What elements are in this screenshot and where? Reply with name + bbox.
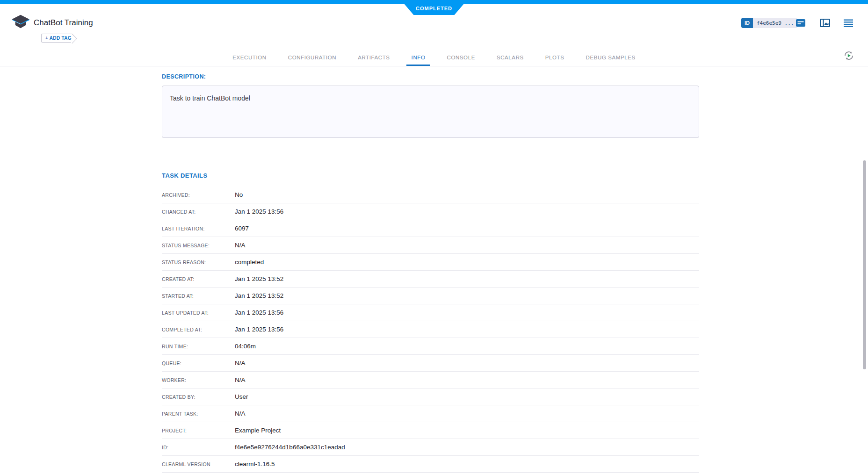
table-row: STATUS MESSAGE: N/A	[162, 237, 699, 254]
menu-icon[interactable]	[843, 17, 854, 29]
add-tag-button[interactable]: + ADD TAG	[41, 34, 72, 43]
tab-label: CONFIGURATION	[288, 55, 336, 60]
row-value: 6097	[235, 225, 249, 232]
row-value: Example Project	[235, 427, 281, 434]
tab-label: DEBUG SAMPLES	[586, 55, 636, 60]
status-badge-label: COMPLETED	[416, 6, 452, 13]
row-label: STATUS MESSAGE:	[162, 243, 235, 248]
row-label: CLEARML VERSION	[162, 461, 235, 467]
table-row: STARTED AT: Jan 1 2025 13:52	[162, 288, 699, 304]
table-row: WORKER: N/A	[162, 372, 699, 389]
table-row: CREATED AT: Jan 1 2025 13:52	[162, 271, 699, 288]
row-label: ID:	[162, 445, 235, 450]
tab-label: CONSOLE	[447, 55, 475, 60]
comment-icon[interactable]	[795, 17, 806, 29]
row-label: STARTED AT:	[162, 293, 235, 299]
table-row: ARCHIVED: No	[162, 187, 699, 203]
row-value: N/A	[235, 376, 246, 383]
vertical-scrollbar[interactable]	[863, 160, 866, 369]
row-label: CREATED BY:	[162, 394, 235, 400]
row-label: QUEUE:	[162, 360, 235, 366]
table-row: COMPLETED AT: Jan 1 2025 13:56	[162, 321, 699, 338]
tab-label: EXECUTION	[232, 55, 267, 60]
table-row: ID: f4e6e5e9276244d1b66a0e331c1eadad	[162, 439, 699, 456]
tab[interactable]: INFO	[401, 49, 436, 66]
row-value: Jan 1 2025 13:56	[235, 208, 283, 215]
row-value: Jan 1 2025 13:56	[235, 326, 283, 333]
row-label: LAST UPDATED AT:	[162, 310, 235, 316]
row-label: PROJECT:	[162, 428, 235, 433]
row-label: ARCHIVED:	[162, 192, 235, 198]
id-badge-value: f4e6e5e9 ...	[753, 18, 797, 28]
table-row: QUEUE: N/A	[162, 355, 699, 372]
row-label: STATUS REASON:	[162, 259, 235, 265]
add-tag-label: + ADD TAG	[45, 36, 72, 41]
description-text: Task to train ChatBot model	[170, 94, 250, 102]
tab-label: INFO	[412, 55, 426, 60]
tab[interactable]: DEBUG SAMPLES	[575, 49, 646, 66]
auto-refresh-icon[interactable]	[843, 50, 855, 62]
description-textarea[interactable]: Task to train ChatBot model	[162, 86, 699, 138]
row-value: Jan 1 2025 13:52	[235, 275, 283, 282]
task-details-section-label: TASK DETAILS	[162, 172, 207, 179]
row-value: completed	[235, 259, 264, 266]
row-value: clearml-1.16.5	[235, 461, 275, 468]
split-panel-icon[interactable]	[819, 17, 831, 29]
task-id-badge[interactable]: ID f4e6e5e9 ...	[741, 18, 797, 28]
task-type-training-icon	[11, 14, 30, 31]
tab[interactable]: CONFIGURATION	[277, 49, 347, 66]
table-row: LAST ITERATION: 6097	[162, 220, 699, 237]
row-label: CHANGED AT:	[162, 209, 235, 215]
tab[interactable]: ARTIFACTS	[347, 49, 400, 66]
row-value: N/A	[235, 360, 246, 367]
task-details-table: ARCHIVED: No CHANGED AT: Jan 1 2025 13:5…	[162, 187, 699, 473]
row-label: PARENT TASK:	[162, 411, 235, 417]
row-value: No	[235, 191, 243, 198]
row-value: 04:06m	[235, 343, 256, 350]
table-row: CLEARML VERSION clearml-1.16.5	[162, 456, 699, 473]
tab-bar: EXECUTION CONFIGURATION ARTIFACTS INFO C…	[0, 49, 868, 66]
status-badge: COMPLETED	[404, 4, 464, 15]
table-row: PROJECT: Example Project	[162, 422, 699, 439]
row-value: Jan 1 2025 13:56	[235, 309, 283, 316]
row-label: RUN TIME:	[162, 344, 235, 349]
row-label: CREATED AT:	[162, 276, 235, 282]
row-value: Jan 1 2025 13:52	[235, 292, 283, 299]
table-row: LAST UPDATED AT: Jan 1 2025 13:56	[162, 304, 699, 321]
tab[interactable]: CONSOLE	[436, 49, 485, 66]
tab-label: PLOTS	[545, 55, 564, 60]
table-row: STATUS REASON: completed	[162, 254, 699, 271]
table-row: RUN TIME: 04:06m	[162, 338, 699, 355]
description-section-label: DESCRIPTION:	[162, 73, 206, 80]
row-value: User	[235, 393, 248, 400]
row-value: f4e6e5e9276244d1b66a0e331c1eadad	[235, 444, 345, 451]
row-value: N/A	[235, 410, 246, 417]
row-value: N/A	[235, 242, 246, 249]
task-info-page: COMPLETED ChatBot Training + ADD TAG ID …	[0, 0, 868, 475]
tab[interactable]: EXECUTION	[222, 49, 277, 66]
tab[interactable]: PLOTS	[535, 49, 575, 66]
table-row: PARENT TASK: N/A	[162, 405, 699, 422]
table-row: CREATED BY: User	[162, 389, 699, 405]
tab[interactable]: SCALARS	[486, 49, 535, 66]
page-title: ChatBot Training	[34, 18, 93, 28]
tab-label: SCALARS	[497, 55, 524, 60]
row-label: WORKER:	[162, 377, 235, 383]
id-badge-label: ID	[741, 18, 753, 28]
table-row: CHANGED AT: Jan 1 2025 13:56	[162, 203, 699, 220]
tab-label: ARTIFACTS	[358, 55, 390, 60]
top-accent-bar	[0, 0, 868, 4]
row-label: LAST ITERATION:	[162, 226, 235, 231]
row-label: COMPLETED AT:	[162, 327, 235, 332]
